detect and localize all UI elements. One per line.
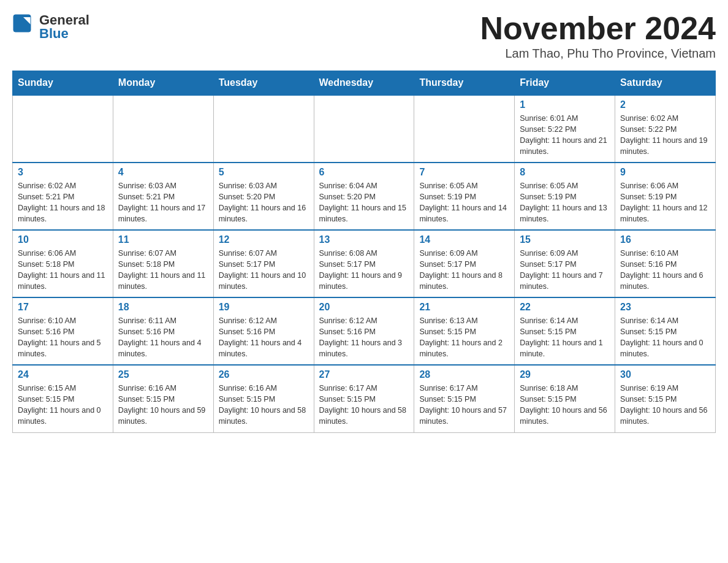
week-row-5: 24Sunrise: 6:15 AMSunset: 5:15 PMDayligh… xyxy=(13,365,716,432)
day-number: 13 xyxy=(319,234,409,245)
day-number: 15 xyxy=(520,234,610,245)
calendar-cell: 17Sunrise: 6:10 AMSunset: 5:16 PMDayligh… xyxy=(13,297,113,365)
calendar-cell: 24Sunrise: 6:15 AMSunset: 5:15 PMDayligh… xyxy=(13,365,113,432)
calendar-cell: 28Sunrise: 6:17 AMSunset: 5:15 PMDayligh… xyxy=(414,365,515,432)
day-number: 1 xyxy=(520,99,610,110)
calendar-cell: 9Sunrise: 6:06 AMSunset: 5:19 PMDaylight… xyxy=(615,163,716,230)
calendar-cell: 26Sunrise: 6:16 AMSunset: 5:15 PMDayligh… xyxy=(213,365,314,432)
day-number: 8 xyxy=(520,167,610,178)
day-number: 23 xyxy=(620,302,710,313)
calendar-cell: 1Sunrise: 6:01 AMSunset: 5:22 PMDaylight… xyxy=(515,95,615,163)
calendar-cell xyxy=(13,95,113,163)
day-number: 27 xyxy=(319,369,409,380)
week-row-3: 10Sunrise: 6:06 AMSunset: 5:18 PMDayligh… xyxy=(13,230,716,297)
calendar-cell: 23Sunrise: 6:14 AMSunset: 5:15 PMDayligh… xyxy=(615,297,716,365)
day-number: 14 xyxy=(419,234,509,245)
day-info: Sunrise: 6:14 AMSunset: 5:15 PMDaylight:… xyxy=(520,315,610,360)
day-number: 6 xyxy=(319,167,409,178)
calendar-cell: 14Sunrise: 6:09 AMSunset: 5:17 PMDayligh… xyxy=(414,230,515,297)
day-info: Sunrise: 6:19 AMSunset: 5:15 PMDaylight:… xyxy=(620,383,710,427)
day-info: Sunrise: 6:03 AMSunset: 5:21 PMDaylight:… xyxy=(118,180,208,225)
day-number: 19 xyxy=(219,302,309,313)
day-info: Sunrise: 6:14 AMSunset: 5:15 PMDaylight:… xyxy=(620,315,710,360)
day-number: 29 xyxy=(520,369,610,380)
day-number: 4 xyxy=(118,167,208,178)
day-info: Sunrise: 6:09 AMSunset: 5:17 PMDaylight:… xyxy=(520,248,610,293)
calendar-cell: 2Sunrise: 6:02 AMSunset: 5:22 PMDaylight… xyxy=(615,95,716,163)
day-number: 18 xyxy=(118,302,208,313)
calendar-cell xyxy=(314,95,414,163)
calendar-cell: 20Sunrise: 6:12 AMSunset: 5:16 PMDayligh… xyxy=(314,297,414,365)
day-number: 10 xyxy=(18,234,108,245)
calendar-cell xyxy=(213,95,314,163)
day-info: Sunrise: 6:16 AMSunset: 5:15 PMDaylight:… xyxy=(219,383,309,427)
day-number: 28 xyxy=(419,369,509,380)
day-number: 9 xyxy=(620,167,710,178)
weekday-header-saturday: Saturday xyxy=(615,71,716,96)
calendar-cell: 27Sunrise: 6:17 AMSunset: 5:15 PMDayligh… xyxy=(314,365,414,432)
day-number: 16 xyxy=(620,234,710,245)
day-info: Sunrise: 6:02 AMSunset: 5:21 PMDaylight:… xyxy=(18,180,108,225)
calendar-cell: 18Sunrise: 6:11 AMSunset: 5:16 PMDayligh… xyxy=(113,297,213,365)
day-info: Sunrise: 6:05 AMSunset: 5:19 PMDaylight:… xyxy=(520,180,610,225)
day-number: 11 xyxy=(118,234,208,245)
day-number: 5 xyxy=(219,167,309,178)
title-block: November 2024 Lam Thao, Phu Tho Province… xyxy=(480,12,716,61)
day-info: Sunrise: 6:09 AMSunset: 5:17 PMDaylight:… xyxy=(419,248,509,293)
day-number: 22 xyxy=(520,302,610,313)
day-info: Sunrise: 6:04 AMSunset: 5:20 PMDaylight:… xyxy=(319,180,409,225)
day-info: Sunrise: 6:12 AMSunset: 5:16 PMDaylight:… xyxy=(319,315,409,360)
calendar-cell: 7Sunrise: 6:05 AMSunset: 5:19 PMDaylight… xyxy=(414,163,515,230)
calendar-cell: 21Sunrise: 6:13 AMSunset: 5:15 PMDayligh… xyxy=(414,297,515,365)
day-info: Sunrise: 6:02 AMSunset: 5:22 PMDaylight:… xyxy=(620,113,710,158)
week-row-2: 3Sunrise: 6:02 AMSunset: 5:21 PMDaylight… xyxy=(13,163,716,230)
calendar-cell: 10Sunrise: 6:06 AMSunset: 5:18 PMDayligh… xyxy=(13,230,113,297)
calendar-cell: 25Sunrise: 6:16 AMSunset: 5:15 PMDayligh… xyxy=(113,365,213,432)
day-number: 21 xyxy=(419,302,509,313)
day-info: Sunrise: 6:06 AMSunset: 5:19 PMDaylight:… xyxy=(620,180,710,225)
day-info: Sunrise: 6:01 AMSunset: 5:22 PMDaylight:… xyxy=(520,113,610,158)
calendar-cell: 30Sunrise: 6:19 AMSunset: 5:15 PMDayligh… xyxy=(615,365,716,432)
calendar-header-row: SundayMondayTuesdayWednesdayThursdayFrid… xyxy=(13,71,716,96)
day-info: Sunrise: 6:05 AMSunset: 5:19 PMDaylight:… xyxy=(419,180,509,225)
day-info: Sunrise: 6:08 AMSunset: 5:17 PMDaylight:… xyxy=(319,248,409,293)
calendar-cell: 29Sunrise: 6:18 AMSunset: 5:15 PMDayligh… xyxy=(515,365,615,432)
day-info: Sunrise: 6:15 AMSunset: 5:15 PMDaylight:… xyxy=(18,383,108,427)
day-number: 30 xyxy=(620,369,710,380)
day-number: 24 xyxy=(18,369,108,380)
logo: General Blue xyxy=(12,12,89,42)
day-number: 12 xyxy=(219,234,309,245)
day-info: Sunrise: 6:11 AMSunset: 5:16 PMDaylight:… xyxy=(118,315,208,360)
day-info: Sunrise: 6:06 AMSunset: 5:18 PMDaylight:… xyxy=(18,248,108,293)
calendar-cell: 22Sunrise: 6:14 AMSunset: 5:15 PMDayligh… xyxy=(515,297,615,365)
calendar-cell: 3Sunrise: 6:02 AMSunset: 5:21 PMDaylight… xyxy=(13,163,113,230)
logo-blue-text: Blue xyxy=(39,26,89,42)
calendar-cell xyxy=(414,95,515,163)
weekday-header-thursday: Thursday xyxy=(414,71,515,96)
weekday-header-tuesday: Tuesday xyxy=(213,71,314,96)
week-row-1: 1Sunrise: 6:01 AMSunset: 5:22 PMDaylight… xyxy=(13,95,716,163)
calendar-cell: 16Sunrise: 6:10 AMSunset: 5:16 PMDayligh… xyxy=(615,230,716,297)
day-number: 7 xyxy=(419,167,509,178)
calendar-cell: 12Sunrise: 6:07 AMSunset: 5:17 PMDayligh… xyxy=(213,230,314,297)
weekday-header-monday: Monday xyxy=(113,71,213,96)
day-info: Sunrise: 6:13 AMSunset: 5:15 PMDaylight:… xyxy=(419,315,509,360)
day-info: Sunrise: 6:07 AMSunset: 5:17 PMDaylight:… xyxy=(219,248,309,293)
calendar-cell: 19Sunrise: 6:12 AMSunset: 5:16 PMDayligh… xyxy=(213,297,314,365)
calendar-cell: 6Sunrise: 6:04 AMSunset: 5:20 PMDaylight… xyxy=(314,163,414,230)
location-subtitle: Lam Thao, Phu Tho Province, Vietnam xyxy=(480,47,716,61)
day-info: Sunrise: 6:16 AMSunset: 5:15 PMDaylight:… xyxy=(118,383,208,427)
day-info: Sunrise: 6:07 AMSunset: 5:18 PMDaylight:… xyxy=(118,248,208,293)
month-title: November 2024 xyxy=(480,12,716,44)
day-info: Sunrise: 6:10 AMSunset: 5:16 PMDaylight:… xyxy=(18,315,108,360)
calendar-cell: 15Sunrise: 6:09 AMSunset: 5:17 PMDayligh… xyxy=(515,230,615,297)
calendar-cell: 8Sunrise: 6:05 AMSunset: 5:19 PMDaylight… xyxy=(515,163,615,230)
calendar-cell: 11Sunrise: 6:07 AMSunset: 5:18 PMDayligh… xyxy=(113,230,213,297)
calendar-cell xyxy=(113,95,213,163)
day-info: Sunrise: 6:17 AMSunset: 5:15 PMDaylight:… xyxy=(319,383,409,427)
weekday-header-friday: Friday xyxy=(515,71,615,96)
day-info: Sunrise: 6:18 AMSunset: 5:15 PMDaylight:… xyxy=(520,383,610,427)
weekday-header-sunday: Sunday xyxy=(13,71,113,96)
day-number: 17 xyxy=(18,302,108,313)
page-header: General Blue November 2024 Lam Thao, Phu… xyxy=(12,12,716,61)
